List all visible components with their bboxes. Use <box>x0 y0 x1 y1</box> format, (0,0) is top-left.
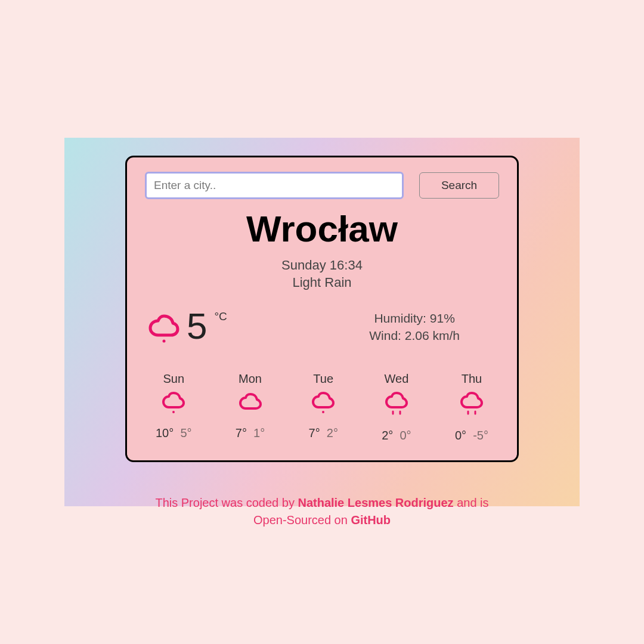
forecast-low: -5° <box>473 429 488 442</box>
rain-cloud-icon <box>148 311 179 348</box>
forecast-temps: 10° 5° <box>156 426 192 440</box>
forecast-low: 2° <box>327 426 338 439</box>
forecast-day-thu: Thu 0° -5° <box>455 372 488 442</box>
forecast-day-label: Sun <box>163 372 184 386</box>
gradient-background: Search Wrocław Sunday 16:34 Light Rain 5… <box>64 138 580 506</box>
svg-point-1 <box>172 411 175 413</box>
forecast-day-tue: Tue 7° 2° <box>309 372 338 442</box>
forecast-low: 0° <box>400 429 411 442</box>
forecast-temps: 2° 0° <box>382 429 411 442</box>
cloud-icon <box>239 389 262 418</box>
city-name: Wrocław <box>145 208 499 250</box>
current-condition: Light Rain <box>145 274 499 292</box>
forecast-day-sun: Sun 10° 5° <box>156 372 192 442</box>
forecast-day-mon: Mon 7° 1° <box>236 372 265 442</box>
weather-card: Search Wrocław Sunday 16:34 Light Rain 5… <box>125 156 519 462</box>
forecast-temps: 7° 1° <box>236 426 265 440</box>
forecast-high: 7° <box>309 426 320 439</box>
svg-point-0 <box>163 340 166 343</box>
forecast-day-label: Tue <box>313 372 333 386</box>
current-left: 5 °C <box>148 308 227 348</box>
wind-value: 2.06 km/h <box>405 329 460 342</box>
forecast-high: 2° <box>382 429 393 442</box>
rain-cloud-icon <box>162 389 185 418</box>
current-details: Humidity: 91% Wind: 2.06 km/h <box>369 308 496 344</box>
forecast-temps: 0° -5° <box>455 429 488 442</box>
humidity-value: 91% <box>430 311 455 325</box>
drizzle-cloud-icon <box>385 389 408 420</box>
forecast-day-label: Mon <box>239 372 262 386</box>
svg-point-2 <box>322 411 324 413</box>
datetime-block: Sunday 16:34 Light Rain <box>145 257 499 291</box>
author-link[interactable]: Nathalie Lesmes Rodriguez <box>298 496 453 509</box>
current-weather-row: 5 °C Humidity: 91% Wind: 2.06 km/h <box>145 308 499 348</box>
drizzle-cloud-icon <box>460 389 484 420</box>
current-datetime: Sunday 16:34 <box>145 257 499 274</box>
forecast-day-wed: Wed 2° 0° <box>382 372 411 442</box>
forecast-low: 5° <box>180 426 191 439</box>
forecast-low: 1° <box>253 426 265 439</box>
humidity-row: Humidity: 91% <box>369 310 460 327</box>
forecast-high: 7° <box>236 426 247 439</box>
rain-cloud-icon <box>311 389 335 418</box>
github-link[interactable]: GitHub <box>351 513 391 527</box>
temperature-unit: °C <box>214 310 227 323</box>
city-search-input[interactable] <box>145 172 404 199</box>
current-temperature: 5 <box>187 308 207 345</box>
forecast-high: 0° <box>455 429 466 442</box>
forecast-day-label: Wed <box>385 372 409 386</box>
footer-credit: This Project was coded by Nathalie Lesme… <box>143 494 501 529</box>
forecast-row: Sun 10° 5° Mon <box>145 372 499 442</box>
wind-row: Wind: 2.06 km/h <box>369 327 460 344</box>
forecast-temps: 7° 2° <box>309 426 338 440</box>
forecast-day-label: Thu <box>462 372 482 386</box>
search-button[interactable]: Search <box>419 172 499 199</box>
search-row: Search <box>145 172 499 199</box>
forecast-high: 10° <box>156 426 174 439</box>
